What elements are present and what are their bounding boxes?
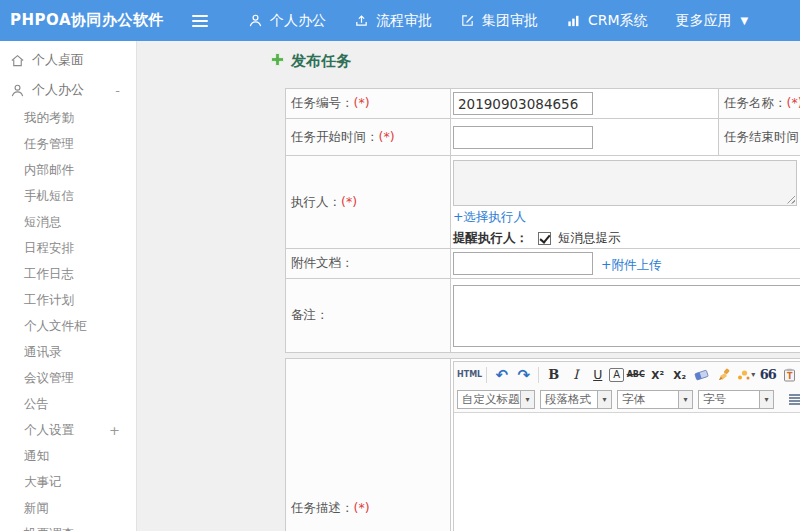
chevron-down-icon: ▾	[760, 390, 774, 409]
choose-executor-link[interactable]: +选择执行人	[453, 209, 526, 224]
sidebar-item-label: 工作日志	[24, 266, 74, 283]
task-number-field-cell	[451, 89, 719, 119]
remark-textarea[interactable]	[453, 285, 800, 347]
sidebar-item[interactable]: 个人文件柜	[0, 313, 136, 339]
sidebar: 个人桌面 个人办公 - 我的考勤 任务管理 内部邮件	[0, 41, 137, 531]
sidebar-item-personal-desktop[interactable]: 个人桌面	[0, 45, 136, 75]
editor-toolbar-row1: HTML ↶ ↷ B I U A ABC X² X₂	[454, 362, 800, 387]
sidebar-item[interactable]: 内部邮件	[0, 157, 136, 183]
subscript-button[interactable]: X₂	[669, 365, 690, 385]
sidebar-item-label: 日程安排	[24, 240, 74, 257]
sidebar-item-label: 通讯录	[24, 344, 62, 361]
chevron-down-icon: ▾	[679, 390, 693, 409]
remark-field-cell	[451, 279, 800, 353]
sms-remind-checkbox[interactable]	[538, 232, 551, 245]
nav-item-process-approval[interactable]: 流程审批	[354, 12, 432, 30]
superscript-button[interactable]: X²	[647, 365, 668, 385]
strikethrough-button[interactable]: ABC	[625, 365, 646, 385]
expand-icon[interactable]: +	[109, 423, 120, 438]
nav-item-group-approval[interactable]: 集团审批	[460, 12, 538, 30]
format-brush-icon[interactable]	[713, 365, 734, 385]
sidebar-item[interactable]: 会议管理	[0, 365, 136, 391]
user-icon	[248, 13, 263, 28]
nav-item-crm[interactable]: CRM系统	[566, 12, 648, 30]
sidebar-item-label: 手机短信	[24, 188, 74, 205]
sidebar-item-label: 个人文件柜	[24, 318, 87, 335]
paste-text-icon[interactable]: T	[779, 365, 800, 385]
blockquote-button[interactable]: 66	[757, 365, 778, 385]
paragraph-format-dropdown[interactable]: 段落格式▾	[540, 390, 612, 409]
font-border-button[interactable]: A	[609, 368, 624, 382]
main-content: 发布任务 任务编号：(*) 任务名称：(*) 任务开始时间：(*) 任务	[137, 41, 800, 531]
executor-textarea[interactable]	[453, 160, 797, 206]
nav-label: 更多应用	[676, 12, 732, 30]
top-bar: PHPOA协同办公软件 个人办公 流程审批	[0, 0, 800, 41]
hamburger-menu-icon[interactable]	[192, 15, 208, 27]
chevron-down-icon: ▾	[751, 370, 755, 379]
end-time-label-cell: 任务结束时间：(*)	[719, 119, 800, 156]
sidebar-item[interactable]: 任务管理	[0, 131, 136, 157]
resize-handle[interactable]	[786, 195, 795, 204]
sidebar-item[interactable]: 通讯录	[0, 339, 136, 365]
description-label-cell: 任务描述：(*)	[286, 359, 451, 531]
table-row: 执行人：(*) +选择执行人 提醒执行人： 短消息提示	[286, 156, 800, 249]
rich-text-editor: HTML ↶ ↷ B I U A ABC X² X₂	[453, 361, 800, 531]
chevron-down-icon: ▼	[741, 15, 749, 26]
sidebar-item[interactable]: 个人设置 +	[0, 417, 136, 443]
sidebar-item-label: 会议管理	[24, 370, 74, 387]
font-size-dropdown[interactable]: 字号▾	[698, 390, 774, 409]
sidebar-item[interactable]: 大事记	[0, 469, 136, 495]
redo-icon[interactable]: ↷	[513, 365, 534, 385]
sidebar-item[interactable]: 我的考勤	[0, 105, 136, 131]
edit-icon	[460, 13, 475, 28]
nav-item-personal-office[interactable]: 个人办公	[248, 12, 326, 30]
nav-label: CRM系统	[588, 12, 648, 30]
sidebar-item[interactable]: 工作计划	[0, 287, 136, 313]
bold-button[interactable]: B	[543, 365, 564, 385]
sidebar-item[interactable]: 投票调查	[0, 521, 136, 531]
sidebar-item-label: 工作计划	[24, 292, 74, 309]
sidebar-item[interactable]: 工作日志	[0, 261, 136, 287]
table-row: 附件文档： +附件上传	[286, 249, 800, 279]
undo-icon[interactable]: ↶	[491, 365, 512, 385]
sidebar-item[interactable]: 手机短信	[0, 183, 136, 209]
sidebar-item[interactable]: 日程安排	[0, 235, 136, 261]
sidebar-item-label: 任务管理	[24, 136, 74, 153]
start-time-input[interactable]	[453, 126, 593, 149]
align-left-icon[interactable]	[789, 394, 800, 406]
sidebar-item-label: 大事记	[24, 474, 62, 491]
remark-label-cell: 备注：	[286, 279, 451, 353]
attachment-input[interactable]	[453, 252, 593, 275]
sidebar-item[interactable]: 新闻	[0, 495, 136, 521]
sidebar-item-label: 投票调查	[24, 526, 74, 531]
custom-title-dropdown[interactable]: 自定义标题▾	[457, 390, 535, 409]
table-row: 任务开始时间：(*) 任务结束时间：(*)	[286, 119, 800, 156]
start-time-label-cell: 任务开始时间：(*)	[286, 119, 451, 156]
sidebar-item-label: 个人设置	[24, 422, 74, 439]
sidebar-item-label: 个人桌面	[32, 51, 84, 69]
required-marker: (*)	[341, 194, 357, 209]
font-family-dropdown[interactable]: 字体▾	[617, 390, 693, 409]
sidebar-item[interactable]: 公告	[0, 391, 136, 417]
sidebar-item-label: 通知	[24, 448, 49, 465]
page-title: 发布任务	[270, 52, 351, 71]
collapse-icon[interactable]: -	[115, 83, 120, 98]
task-number-input[interactable]	[453, 92, 593, 115]
html-source-button[interactable]: HTML	[457, 365, 482, 385]
sidebar-item-personal-office[interactable]: 个人办公 -	[0, 75, 136, 105]
home-icon	[10, 53, 26, 68]
attachment-label-cell: 附件文档：	[286, 249, 451, 279]
eraser-icon[interactable]	[691, 365, 712, 385]
nav-item-more-apps[interactable]: 更多应用 ▼	[676, 12, 749, 30]
nav-label: 个人办公	[270, 12, 326, 30]
attachment-upload-link[interactable]: +附件上传	[601, 257, 661, 272]
editor-content-area[interactable]	[454, 413, 800, 531]
table-row: 任务描述：(*) HTML ↶ ↷ B I U A ABC X²	[286, 359, 800, 531]
sidebar-item[interactable]: 短消息	[0, 209, 136, 235]
italic-button[interactable]: I	[565, 365, 586, 385]
sidebar-item[interactable]: 通知	[0, 443, 136, 469]
executor-field-cell: +选择执行人 提醒执行人： 短消息提示	[451, 156, 800, 249]
auto-typeset-icon[interactable]: ▾	[735, 365, 756, 385]
underline-button[interactable]: U	[587, 365, 608, 385]
required-marker: (*)	[354, 500, 370, 515]
